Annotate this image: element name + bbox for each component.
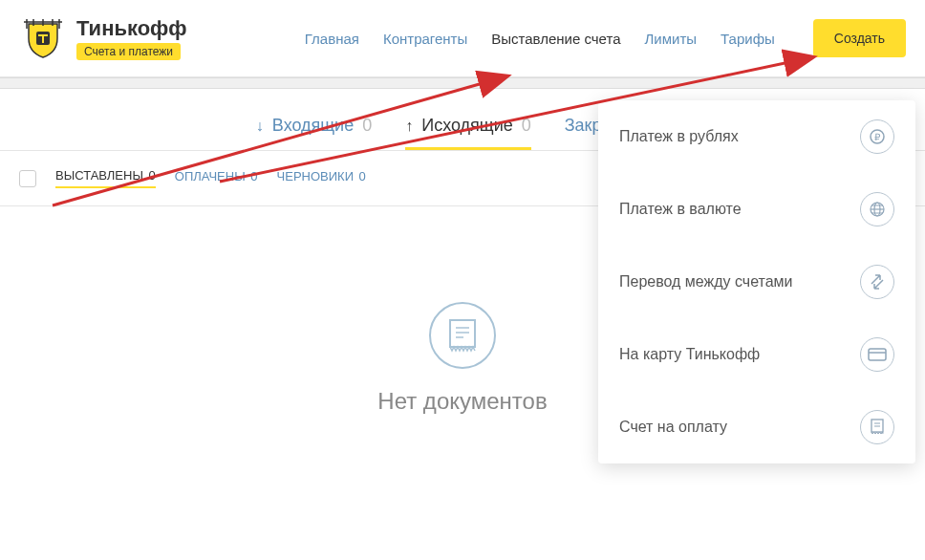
main-nav: Главная Контрагенты Выставление счета Ли… xyxy=(305,19,906,57)
filter-drafts[interactable]: ЧЕРНОВИКИ 0 xyxy=(277,169,366,187)
ruble-icon: ₽ xyxy=(860,119,894,154)
brand-sub: Счета и платежи xyxy=(76,43,181,60)
globe-icon xyxy=(860,192,894,226)
filter-count: 0 xyxy=(359,169,366,183)
filter-count: 0 xyxy=(250,169,257,183)
dropdown-label: Платеж в валюте xyxy=(619,201,742,218)
nav-item-tariffs[interactable]: Тарифы xyxy=(721,31,775,47)
dropdown-item-invoice[interactable]: Счет на оплату xyxy=(598,391,915,463)
filter-issued[interactable]: ВЫСТАВЛЕНЫ 0 xyxy=(55,168,156,188)
separator-bar xyxy=(0,77,925,89)
filter-label: ВЫСТАВЛЕНЫ xyxy=(55,168,143,183)
tab-count: 0 xyxy=(362,116,372,135)
logo-text: Тинькофф Счета и платежи xyxy=(76,16,187,60)
header: Тинькофф Счета и платежи Главная Контраг… xyxy=(0,0,925,77)
create-dropdown: Платеж в рублях ₽ Платеж в валюте Перево… xyxy=(598,100,915,463)
nav-item-contractors[interactable]: Контрагенты xyxy=(383,31,467,47)
svg-text:₽: ₽ xyxy=(874,132,881,142)
nav-item-limits[interactable]: Лимиты xyxy=(645,31,698,47)
select-all-checkbox[interactable] xyxy=(19,170,36,187)
tab-incoming[interactable]: ↓ Входящие 0 xyxy=(256,116,372,150)
tab-outgoing[interactable]: ↑ Исходящие 0 xyxy=(405,116,531,150)
dropdown-label: Платеж в рублях xyxy=(619,128,739,145)
empty-text: Нет документов xyxy=(377,388,547,415)
nav-item-main[interactable]: Главная xyxy=(305,31,359,47)
filter-label: ЧЕРНОВИКИ xyxy=(277,169,354,183)
filter-label: ОПЛАЧЕНЫ xyxy=(175,169,246,183)
brand-name: Тинькофф xyxy=(76,16,187,41)
dropdown-label: Счет на оплату xyxy=(619,419,727,436)
svg-rect-1 xyxy=(450,320,475,347)
tab-label: Входящие xyxy=(272,116,354,135)
dropdown-item-transfer[interactable]: Перевод между счетами xyxy=(598,246,915,318)
dropdown-label: На карту Тинькофф xyxy=(619,346,760,363)
svg-rect-12 xyxy=(869,349,886,360)
dropdown-label: Перевод между счетами xyxy=(619,273,793,291)
nav-item-invoicing[interactable]: Выставление счета xyxy=(491,31,620,47)
logo-section[interactable]: Тинькофф Счета и платежи xyxy=(19,14,187,62)
dropdown-item-ruble-payment[interactable]: Платеж в рублях ₽ xyxy=(598,100,915,173)
arrow-up-icon: ↑ xyxy=(405,118,413,134)
document-icon xyxy=(429,302,496,369)
tab-count: 0 xyxy=(522,116,531,135)
filter-count: 0 xyxy=(149,168,156,183)
tab-label: Исходящие xyxy=(421,116,512,135)
invoice-icon xyxy=(860,410,894,444)
arrow-down-icon: ↓ xyxy=(256,118,264,134)
dropdown-item-card[interactable]: На карту Тинькофф xyxy=(598,318,915,391)
card-icon xyxy=(860,337,894,372)
transfer-icon xyxy=(860,265,894,299)
dropdown-item-currency-payment[interactable]: Платеж в валюте xyxy=(598,173,915,246)
filter-paid[interactable]: ОПЛАЧЕНЫ 0 xyxy=(175,169,258,187)
logo-icon xyxy=(19,14,67,62)
create-button[interactable]: Создать xyxy=(813,19,906,57)
